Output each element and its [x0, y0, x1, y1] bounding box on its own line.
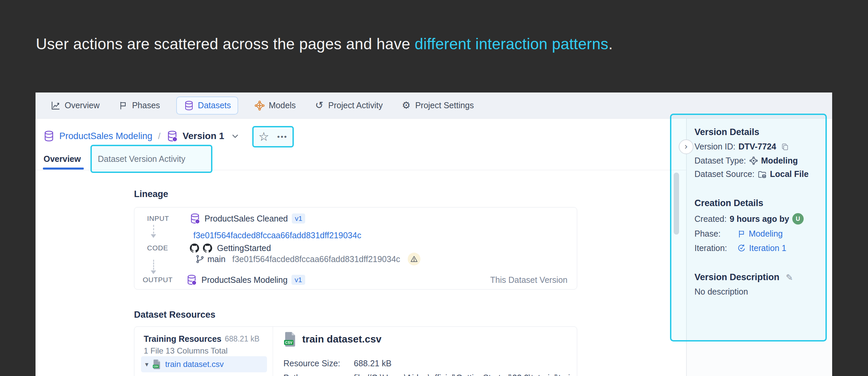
created-value: 9 hours ago by: [730, 214, 789, 224]
line-chart-icon: [50, 100, 61, 111]
star-icon[interactable]: ☆: [258, 131, 269, 143]
iteration-link[interactable]: Iteration 1: [749, 243, 786, 253]
dataset-type-label: Dataset Type:: [694, 156, 746, 165]
dataset-version-icon: v: [166, 130, 178, 142]
version-id-value: DTV-7724: [738, 142, 776, 152]
commit-hash-link[interactable]: f3e01f564facded8fccaa66fadd831dff219034c: [193, 230, 361, 240]
gear-icon: ⚙: [401, 100, 411, 111]
tab-dataset-version-activity[interactable]: Dataset Version Activity: [98, 154, 185, 164]
phase-row: Phase: Modeling: [694, 229, 782, 239]
network-icon: [749, 156, 758, 165]
history-icon: ↺: [314, 100, 324, 111]
connector-arrow-icon: [151, 234, 156, 238]
nav-item-project-settings[interactable]: ⚙ Project Settings: [401, 100, 474, 111]
version-id-label: Version ID:: [694, 142, 735, 152]
file-tree-item[interactable]: ▾ CSV train dataset.csv: [141, 356, 267, 372]
resources-group-size: 688.21 kB: [225, 335, 260, 344]
panel-collapse-button[interactable]: ›: [679, 139, 693, 154]
branch-name: main: [207, 254, 225, 264]
svg-text:CSV: CSV: [153, 365, 158, 368]
nav-label: Phases: [132, 100, 160, 110]
dataset-source-label: Dataset Source:: [694, 169, 754, 179]
more-actions-icon[interactable]: •••: [277, 133, 288, 141]
svg-text:v: v: [174, 137, 176, 141]
nav-label: Models: [269, 100, 296, 110]
created-row: Created: 9 hours ago by U: [694, 213, 804, 224]
warning-icon[interactable]: [408, 253, 421, 265]
git-branch-icon: [195, 254, 205, 264]
nav-label: Overview: [65, 100, 99, 110]
created-label: Created:: [694, 214, 726, 224]
branch-commit-hash: f3e01f564facded8fccaa66fadd831dff219034c: [232, 254, 400, 264]
copy-icon[interactable]: [781, 143, 789, 151]
chevron-down-icon[interactable]: [230, 131, 240, 141]
resources-group-summary: 1 File 13 Columns Total: [144, 346, 227, 355]
svg-text:v: v: [193, 281, 195, 284]
active-tab-underline: [43, 167, 84, 169]
caption: User actions are scattered across the pa…: [36, 35, 613, 53]
dataset-icon: [43, 130, 55, 142]
input-dataset-name[interactable]: ProductSales Cleaned: [205, 214, 288, 223]
dataset-source-row: Dataset Source: Local File: [694, 169, 809, 179]
file-tree-item-label[interactable]: train dataset.csv: [165, 359, 224, 369]
flag-icon: [118, 100, 128, 111]
expand-triangle-icon[interactable]: ▾: [145, 361, 148, 368]
output-version-badge: v1: [291, 275, 305, 285]
this-dataset-version-note: This Dataset Version: [490, 275, 567, 285]
lineage-heading: Lineage: [134, 189, 168, 199]
iteration-icon: [737, 244, 746, 253]
phase-link[interactable]: Modeling: [749, 229, 782, 239]
file-detail-header: CSV train dataset.csv: [283, 332, 381, 347]
nav-label: Datasets: [198, 100, 231, 110]
lineage-code-row: CODE GettingStarted: [147, 242, 271, 254]
version-description-title: Version Description: [694, 272, 780, 282]
connector-line: [153, 225, 154, 233]
avatar[interactable]: U: [792, 213, 804, 224]
caption-period: .: [608, 35, 613, 53]
dataset-version-icon: v: [189, 213, 201, 224]
csv-file-icon: CSV: [152, 359, 161, 369]
dataset-type-row: Dataset Type: Modeling: [694, 156, 798, 165]
tab-overview[interactable]: Overview: [43, 154, 81, 164]
nav-item-project-activity[interactable]: ↺ Project Activity: [314, 100, 383, 111]
version-details-title: Version Details: [694, 127, 760, 137]
network-icon: [254, 100, 265, 111]
breadcrumb-project-link[interactable]: ProductSales Modeling: [59, 131, 152, 142]
chevron-right-icon: ›: [684, 142, 688, 151]
nav-item-models[interactable]: Models: [254, 100, 296, 111]
database-icon: [184, 100, 194, 111]
lineage-commit-row: f3e01f564facded8fccaa66fadd831dff219034c: [193, 229, 361, 241]
input-label: INPUT: [147, 215, 169, 222]
edit-pencil-icon[interactable]: ✎: [786, 273, 793, 282]
caption-text: User actions are scattered across the pa…: [36, 35, 415, 53]
annotation-box-actions: ☆ •••: [252, 126, 294, 148]
resources-group-title: Training Resources: [144, 334, 221, 344]
lineage-branch-row: main f3e01f564facded8fccaa66fadd831dff21…: [195, 253, 421, 265]
phase-label: Phase:: [694, 229, 734, 239]
nav-item-datasets[interactable]: Datasets: [176, 96, 239, 115]
path-label: Path:: [283, 373, 303, 376]
iteration-row: Iteration: Iteration 1: [694, 243, 786, 253]
version-description-row: Version Description ✎: [694, 272, 793, 282]
input-version-badge: v1: [292, 214, 305, 223]
lineage-output-row: OUTPUT v ProductSales Modeling v1: [143, 273, 305, 286]
nav-item-overview[interactable]: Overview: [50, 100, 99, 111]
output-label: OUTPUT: [143, 276, 173, 284]
code-label: CODE: [147, 244, 168, 252]
github-icon: [189, 243, 200, 254]
connector-line: [153, 260, 154, 270]
folder-data-icon: [757, 169, 767, 179]
dataset-source-value: Local File: [770, 169, 808, 179]
description-value: No description: [694, 287, 748, 296]
github-icon: [202, 243, 213, 254]
output-dataset-name: ProductSales Modeling: [202, 275, 287, 285]
annotation-box-activity-tab: Dataset Version Activity: [90, 145, 212, 173]
breadcrumb-separator: /: [158, 131, 160, 142]
resource-size-value: 688.21 kB: [354, 358, 392, 368]
version-selector-label[interactable]: Version 1: [183, 131, 224, 142]
csv-file-icon: CSV: [283, 332, 297, 347]
svg-text:CSV: CSV: [285, 341, 292, 345]
version-id-row: Version ID: DTV-7724: [694, 142, 789, 152]
dataset-resources-heading: Dataset Resources: [134, 310, 215, 320]
nav-item-phases[interactable]: Phases: [118, 100, 160, 111]
